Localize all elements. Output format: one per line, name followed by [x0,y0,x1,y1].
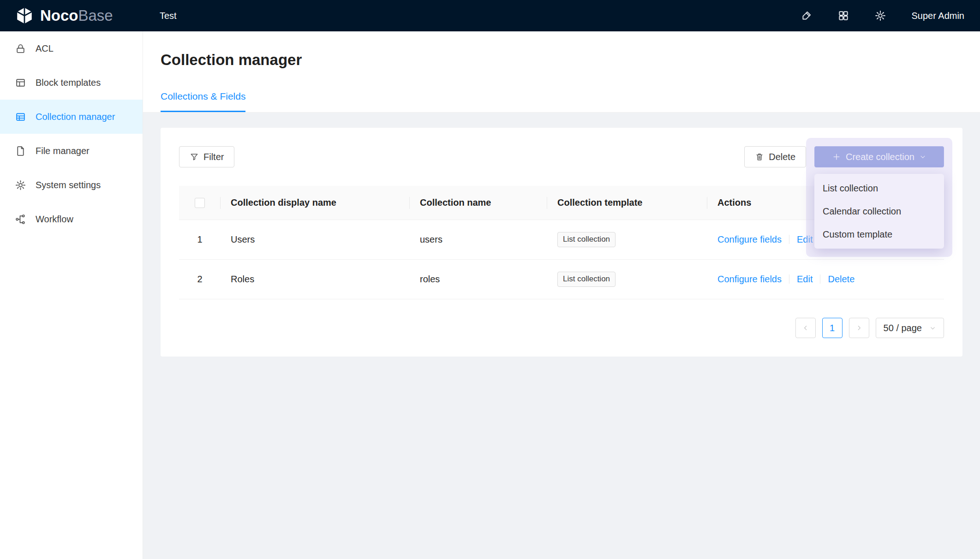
top-navbar: NocoBase Test Super Admin [0,0,980,31]
cell-collection-name: users [410,234,547,245]
create-collection-label: Create collection [846,152,914,162]
column-header-template: Collection template [547,197,707,208]
plus-icon [832,152,841,161]
chevron-right-icon [855,324,863,332]
trash-icon [755,152,764,161]
row-index: 1 [179,234,221,245]
filter-funnel-icon [190,152,199,161]
column-header-name: Collection name [410,197,547,208]
sidebar-item-workflow[interactable]: Workflow [0,202,143,236]
sidebar-item-label: ACL [36,43,54,54]
sidebar-item-collection-manager[interactable]: Collection manager [0,100,143,134]
tab-bar: Collections & Fields [143,90,980,113]
chevron-down-icon [919,153,926,161]
card-toolbar: Filter Delete Create collection [179,146,944,167]
menu-item-custom-template[interactable]: Custom template [814,223,944,246]
cell-collection-name: roles [410,274,547,285]
edit-link[interactable]: Edit [797,234,813,244]
content-area: Filter Delete Create collection [143,113,980,559]
page-size-select[interactable]: 50 / page [876,318,944,338]
sidebar-item-block-templates[interactable]: Block templates [0,65,143,100]
collections-card: Filter Delete Create collection [161,128,962,357]
page-header: Collection manager [143,31,980,70]
main-area: Collection manager Collections & Fields … [143,31,980,559]
page-size-value: 50 / page [884,323,922,333]
table-icon [15,111,26,123]
delete-button-label: Delete [769,152,795,162]
pagination-prev-button[interactable] [795,318,816,338]
user-menu[interactable]: Super Admin [911,11,964,21]
pagination: 1 50 / page [179,318,944,338]
chevron-down-icon [929,325,936,332]
file-icon [15,145,26,157]
brand-area[interactable]: NocoBase [0,6,143,25]
action-divider [789,235,789,244]
sidebar-item-label: System settings [36,180,101,190]
layout-icon [15,77,26,89]
create-collection-menu: List collection Calendar collection Cust… [814,174,944,249]
column-header-display-name: Collection display name [221,197,410,208]
nocobase-logo-icon [15,6,34,25]
edit-link[interactable]: Edit [797,274,813,284]
top-menu: Test [143,11,801,21]
gear-icon [15,179,26,191]
settings-gear-icon[interactable] [874,10,886,22]
navbar-right: Super Admin [801,10,980,22]
tab-collections-fields[interactable]: Collections & Fields [161,90,245,112]
delete-link[interactable]: Delete [828,274,855,284]
chevron-left-icon [802,324,809,332]
action-divider [789,274,789,284]
cell-template: List collection [547,272,707,286]
sidebar-item-label: File manager [36,146,90,156]
sidebar-item-label: Workflow [36,214,73,225]
select-all-cell [179,198,221,208]
sidebar-item-label: Collection manager [36,112,115,122]
select-all-checkbox[interactable] [195,198,205,208]
delete-button[interactable]: Delete [744,146,806,167]
configure-fields-link[interactable]: Configure fields [717,274,782,284]
sidebar-item-file-manager[interactable]: File manager [0,134,143,168]
cell-display-name: Users [221,234,410,245]
sidebar: ACL Block templates Collection manager F… [0,31,143,559]
sidebar-item-acl[interactable]: ACL [0,31,143,65]
pagination-page-1[interactable]: 1 [822,318,843,338]
pagination-next-button[interactable] [849,318,869,338]
cell-display-name: Roles [221,274,410,285]
create-collection-button[interactable]: Create collection [814,146,944,167]
ui-editor-pen-icon[interactable] [801,10,813,22]
lock-icon [15,43,26,54]
page-title: Collection manager [161,50,962,70]
cell-template: List collection [547,232,707,247]
sidebar-item-label: Block templates [36,77,101,88]
menu-item-list-collection[interactable]: List collection [814,177,944,200]
menu-item-calendar-collection[interactable]: Calendar collection [814,200,944,223]
collection-template-tag: List collection [557,232,615,247]
table-row: 2 Roles roles List collection Configure … [179,260,944,299]
brand-name: NocoBase [40,7,113,24]
workflow-icon [15,214,26,225]
cell-actions: Configure fieldsEditDelete [707,274,944,285]
brand-light: Base [78,7,113,24]
collection-template-tag: List collection [557,272,615,286]
brand-bold: Noco [40,7,78,24]
blocks-grid-icon[interactable] [837,10,849,22]
row-index: 2 [179,274,221,285]
toolbar-right: Delete Create collection [744,146,944,167]
filter-button[interactable]: Filter [179,146,234,167]
nav-item-test[interactable]: Test [160,11,177,21]
sidebar-item-system-settings[interactable]: System settings [0,168,143,202]
filter-button-label: Filter [203,152,224,162]
action-divider [820,274,820,284]
configure-fields-link[interactable]: Configure fields [717,234,782,244]
